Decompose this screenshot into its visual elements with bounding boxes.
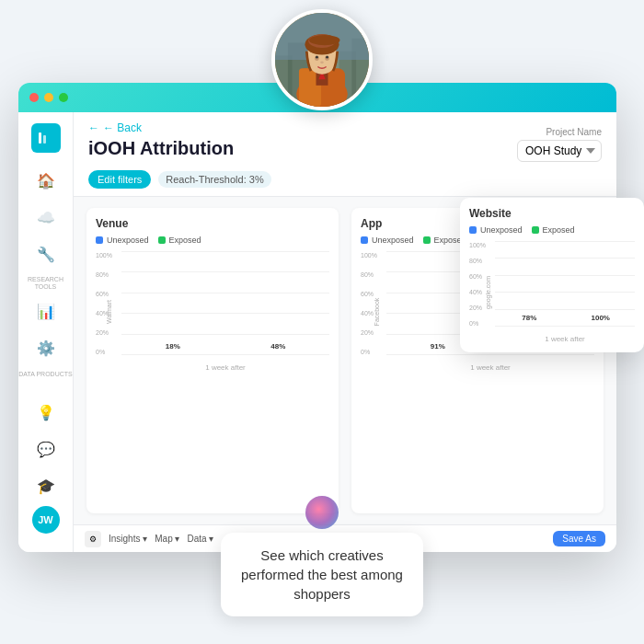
back-arrow-icon: ← [88,121,99,134]
website-y-side-label: google.com [485,276,491,309]
sidebar-item-learn[interactable]: 🎓 [29,469,63,502]
sidebar-item-gear[interactable]: ⚙️ [29,332,63,365]
website-bar-unexposed-label: 78% [522,314,536,322]
project-select[interactable]: OOH Study [517,140,602,162]
venue-y-side-label: Walmart [106,300,112,324]
app-bar-unexposed-label: 91% [431,342,445,351]
minimize-dot[interactable] [44,93,53,102]
website-legend-exposed: Exposed [543,225,575,235]
app-x-label: 1 week after [470,363,511,372]
website-chart-body: 0% 20% 40% 60% 80% 100% google.com 78% 1… [469,242,635,343]
svg-rect-20 [39,132,41,144]
back-label: ← Back [103,121,142,134]
venue-x-label: 1 week after [205,363,246,372]
venue-bar-exposed-label: 48% [270,342,285,351]
app-y-side-label: Facebook [374,298,380,327]
content-header: ← ← Back iOOH Attribution Project Name O… [74,112,616,197]
data-button[interactable]: Data ▾ [187,534,213,544]
svg-rect-21 [43,135,46,144]
venue-legend-exposed: Exposed [169,236,201,245]
tooltip-text: See which creatives performed the best a… [241,547,403,602]
gradient-orb [305,496,339,529]
website-legend-unexposed: Unexposed [480,225,523,235]
svg-point-18 [326,56,328,59]
project-name-label: Project Name [517,127,602,137]
sidebar-item-chart[interactable]: 📊 [29,295,63,328]
sidebar-research-label: RESEARCH TOOLS [18,276,73,292]
sidebar: 🏠 ☁️ 🔧 RESEARCH TOOLS 📊 ⚙️ DATA PRODUCTS… [18,112,74,552]
filter-row: Edit filters Reach-Threshold: 3% [88,170,602,189]
website-popup: Website Unexposed Exposed 0% 20% [460,198,644,352]
website-x-label: 1 week after [545,335,585,343]
svg-point-19 [320,61,324,63]
venue-chart-body: 0% 20% 40% 60% 80% 100% Walmart 18% [96,252,329,372]
save-as-button[interactable]: Save As [553,531,605,546]
website-bar-exposed-label: 100% [592,314,610,322]
sidebar-item-chat[interactable]: 💬 [29,432,63,466]
maximize-dot[interactable] [59,93,68,102]
app-legend-unexposed: Unexposed [372,236,414,245]
toolbar-settings-icon[interactable]: ⚙ [85,531,101,547]
map-button[interactable]: Map ▾ [155,534,179,544]
venue-chart: Venue Unexposed Exposed [86,208,339,513]
insights-button[interactable]: Insights ▾ [109,534,147,544]
svg-point-17 [316,56,318,59]
sidebar-item-home[interactable]: 🏠 [29,164,63,197]
sidebar-item-cloud[interactable]: ☁️ [29,201,63,234]
website-chart-title: Website [469,207,635,220]
threshold-badge: Reach-Threshold: 3% [158,171,270,188]
sidebar-item-tools[interactable]: 🔧 [29,237,63,270]
scene: 🏠 ☁️ 🔧 RESEARCH TOOLS 📊 ⚙️ DATA PRODUCTS… [9,9,635,635]
profile-circle [271,9,373,110]
back-link[interactable]: ← ← Back [88,121,234,134]
page-title: iOOH Attribution [88,138,234,159]
project-section: Project Name OOH Study [517,127,602,162]
user-avatar[interactable]: JW [32,506,60,534]
sidebar-logo [31,123,61,153]
venue-bar-unexposed-label: 18% [166,342,180,351]
svg-point-14 [309,35,339,45]
sidebar-item-lightbulb[interactable]: 💡 [29,396,63,429]
website-legend: Unexposed Exposed [469,225,635,235]
venue-chart-title: Venue [96,217,329,230]
venue-legend-unexposed: Unexposed [107,236,149,245]
venue-legend: Unexposed Exposed [96,236,329,245]
tooltip-bubble: See which creatives performed the best a… [221,533,423,616]
edit-filters-button[interactable]: Edit filters [88,170,151,189]
website-y-axis: 0% 20% 40% 60% 80% 100% [469,242,486,327]
sidebar-data-label: DATA PRODUCTS [18,371,72,378]
close-dot[interactable] [29,93,39,102]
